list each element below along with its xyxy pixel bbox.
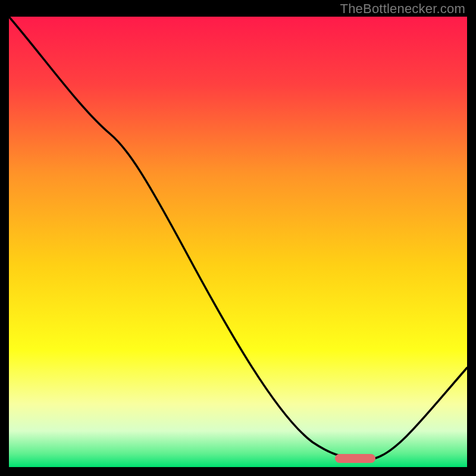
chart-background [9,17,467,467]
bottleneck-chart [9,17,467,467]
watermark-text: TheBottlenecker.com [340,1,465,17]
optimal-marker [335,454,375,463]
chart-container [9,17,467,467]
